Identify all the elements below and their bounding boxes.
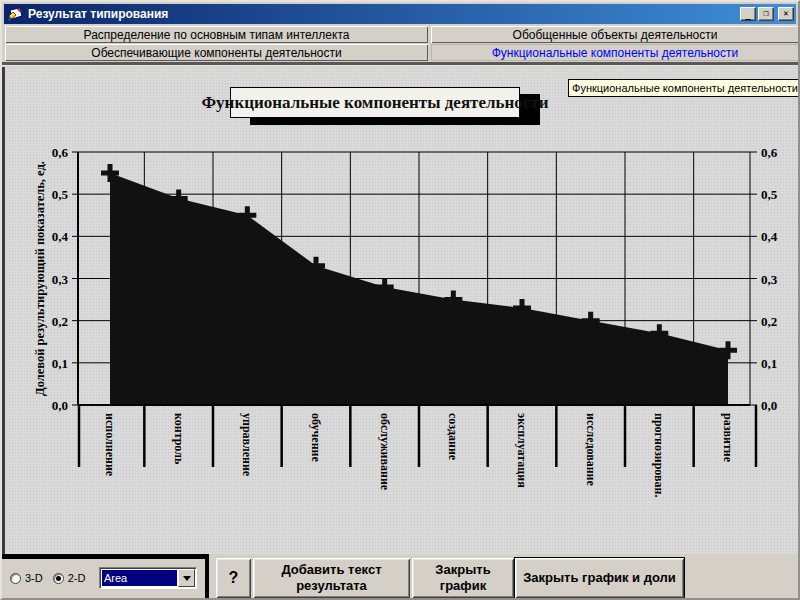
- app-window: Результат типирования _ ❐ ✕ Распределени…: [0, 0, 800, 600]
- svg-text:исполнение: исполнение: [103, 413, 117, 477]
- svg-text:обслуживание: обслуживание: [378, 413, 392, 491]
- svg-text:0,4: 0,4: [52, 229, 69, 244]
- close-chart-button[interactable]: Закрыть график: [412, 558, 514, 598]
- svg-text:0,2: 0,2: [52, 314, 68, 329]
- svg-text:0,4: 0,4: [761, 229, 778, 244]
- chart-title: Функциональные компоненты деятельности: [230, 87, 520, 118]
- restore-button[interactable]: ❐: [758, 7, 774, 21]
- svg-text:обучение: обучение: [309, 413, 323, 462]
- svg-text:0,3: 0,3: [761, 272, 778, 287]
- dropdown-button[interactable]: [178, 569, 195, 587]
- chart-type-dropdown[interactable]: Area: [99, 567, 197, 589]
- svg-text:Долевой результирующий показат: Долевой результирующий показатель, ед.: [33, 161, 47, 396]
- svg-text:0,5: 0,5: [761, 187, 778, 202]
- add-result-text-button[interactable]: Добавить текст результата: [253, 558, 410, 598]
- svg-text:0,0: 0,0: [761, 398, 777, 413]
- chart-type-value: Area: [102, 570, 177, 586]
- svg-text:прогнозирован.: прогнозирован.: [652, 413, 666, 497]
- minimize-button[interactable]: _: [740, 7, 756, 21]
- chevron-down-icon: [183, 576, 191, 581]
- svg-text:0,6: 0,6: [52, 145, 69, 160]
- radio-3d[interactable]: [10, 573, 21, 584]
- close-button[interactable]: ✕: [778, 7, 794, 21]
- titlebar: Результат типирования _ ❐ ✕: [4, 4, 796, 24]
- tab-2[interactable]: Обеспечивающие компоненты деятельности: [5, 44, 428, 61]
- radio-2d[interactable]: [53, 573, 64, 584]
- svg-text:создание: создание: [446, 413, 460, 461]
- svg-text:0,1: 0,1: [52, 356, 68, 371]
- help-button[interactable]: ?: [216, 558, 251, 598]
- svg-text:0,5: 0,5: [52, 187, 69, 202]
- dimension-radio-group: 3-D 2-D: [10, 572, 95, 584]
- tab-0[interactable]: Распределение по основным типам интеллек…: [5, 26, 428, 43]
- radio-3d-label: 3-D: [25, 572, 43, 584]
- svg-text:0,1: 0,1: [761, 356, 777, 371]
- tab-divider: [2, 62, 800, 66]
- svg-text:0,0: 0,0: [52, 398, 68, 413]
- close-chart-and-shares-button[interactable]: Закрыть график и доли: [514, 557, 685, 599]
- svg-text:0,3: 0,3: [52, 272, 69, 287]
- svg-text:эксплуатация: эксплуатация: [515, 413, 529, 488]
- chart-options-cell: 3-D 2-D Area: [2, 554, 209, 600]
- svg-text:развитие: развитие: [721, 413, 735, 463]
- tab-3[interactable]: Функциональные компоненты деятельности: [431, 44, 799, 61]
- svg-text:0,6: 0,6: [761, 145, 778, 160]
- svg-text:управление: управление: [240, 413, 254, 477]
- svg-text:контроль: контроль: [172, 413, 186, 465]
- tab-1[interactable]: Обобщенные объекты деятельности: [431, 26, 799, 43]
- area-chart: 0,00,00,10,10,20,20,30,30,40,40,50,50,60…: [2, 67, 800, 554]
- window-title: Результат типирования: [28, 7, 738, 21]
- svg-text:0,2: 0,2: [761, 314, 777, 329]
- app-icon: [7, 6, 24, 22]
- chart-panel: 0,00,00,10,10,20,20,30,30,40,40,50,50,60…: [2, 67, 800, 554]
- radio-2d-label: 2-D: [68, 572, 86, 584]
- svg-text:исследование: исследование: [584, 413, 598, 487]
- tooltip: Функциональные компоненты деятельности: [568, 79, 800, 97]
